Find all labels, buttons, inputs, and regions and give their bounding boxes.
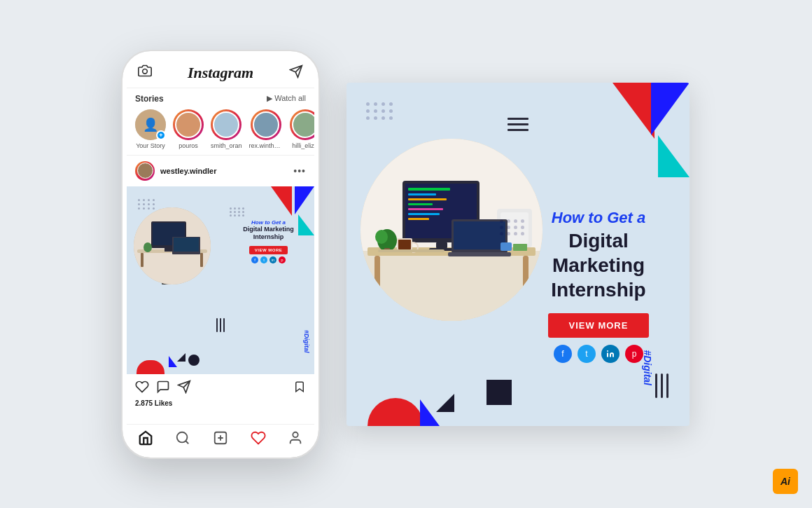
pinterest-icon[interactable]: p <box>625 345 643 363</box>
svg-rect-11 <box>141 253 144 267</box>
svg-rect-9 <box>174 238 199 252</box>
svg-rect-48 <box>378 249 444 252</box>
story-name-yours: Your Story <box>136 142 165 149</box>
like-icon[interactable] <box>135 380 149 397</box>
svg-rect-31 <box>408 188 450 191</box>
likes-count: 2.875 Likes <box>127 399 314 411</box>
nav-profile-icon[interactable] <box>288 430 303 449</box>
dm-icon[interactable] <box>289 64 303 81</box>
svg-rect-23 <box>360 251 542 321</box>
svg-point-15 <box>177 432 188 442</box>
svg-point-0 <box>143 69 148 74</box>
post-username: westley.windler <box>160 167 217 175</box>
post-actions <box>127 374 314 399</box>
svg-rect-41 <box>454 221 505 249</box>
ig-header: Instagram <box>127 55 314 88</box>
svg-point-46 <box>375 230 388 244</box>
svg-rect-33 <box>408 198 447 200</box>
svg-rect-34 <box>408 203 433 205</box>
story-name-2: smith_oran <box>211 142 242 149</box>
comment-icon[interactable] <box>156 380 170 397</box>
text-area: How to Get a Digital Marketing Internshi… <box>522 209 676 363</box>
triangle-cyan <box>658 135 690 177</box>
stories-section: Stories ▶ Watch all 👤 + Your Story <box>127 88 314 156</box>
hashtag-label: #Digital <box>642 350 653 385</box>
triangle-red <box>612 83 654 139</box>
mini-pinterest-icon[interactable]: p <box>279 256 286 263</box>
mini-view-more-btn[interactable]: VIEW MORE <box>249 246 288 254</box>
facebook-icon[interactable]: f <box>554 345 572 363</box>
phone-mockup: Instagram Stories ▶ Watch all 👤 <box>122 51 318 458</box>
nav-home-icon[interactable] <box>138 430 153 449</box>
svg-point-51 <box>607 350 608 352</box>
post-user[interactable]: westley.windler <box>135 161 217 181</box>
watch-all-link[interactable]: ▶ Watch all <box>267 94 306 103</box>
svg-rect-44 <box>398 240 411 249</box>
story-item-4[interactable]: hilli_eliza <box>290 109 314 149</box>
twitter-icon[interactable]: t <box>578 345 596 363</box>
svg-rect-36 <box>408 213 440 215</box>
post-menu-dots[interactable]: ••• <box>293 165 306 177</box>
svg-rect-35 <box>408 208 443 210</box>
story-item-3[interactable]: rex.wintheiser <box>249 109 283 149</box>
post-header: westley.windler ••• <box>127 156 314 186</box>
svg-rect-49 <box>500 242 512 251</box>
mini-twitter-icon[interactable]: t <box>260 256 267 263</box>
bookmark-icon[interactable] <box>293 380 306 397</box>
post-card-mini: How to Get a Digital Marketing Internshi… <box>127 186 314 374</box>
triangle-dark-bottom <box>436 394 454 412</box>
story-name-4: hilli_eliza <box>292 142 314 149</box>
stories-label: Stories <box>135 94 164 104</box>
nav-heart-icon[interactable] <box>251 430 266 449</box>
mini-how-text: How to Get a <box>228 219 309 226</box>
dots-pattern-topleft <box>366 102 393 120</box>
hamburger-icon[interactable] <box>507 118 528 131</box>
story-item-yours[interactable]: 👤 + Your Story <box>135 109 166 149</box>
mini-social-icons: f t in p <box>228 256 309 263</box>
share-icon[interactable] <box>177 380 191 397</box>
stories-row: 👤 + Your Story pouros <box>135 109 306 149</box>
svg-rect-32 <box>408 193 436 195</box>
linkedin-icon[interactable] <box>601 345 620 363</box>
mini-hashtag: #Digital <box>303 330 310 353</box>
story-item-1[interactable]: pouros <box>173 109 204 149</box>
how-to-get-text: How to Get a <box>522 209 676 227</box>
mini-linkedin-icon[interactable]: in <box>270 256 276 263</box>
mini-facebook-icon[interactable]: f <box>251 256 258 263</box>
svg-rect-38 <box>436 242 447 248</box>
story-name-1: pouros <box>178 142 198 149</box>
svg-line-16 <box>186 441 189 444</box>
story-name-3: rex.wintheiser <box>249 142 283 149</box>
camera-icon[interactable] <box>138 64 152 81</box>
view-more-button[interactable]: VIEW MORE <box>548 313 650 338</box>
half-circle-red <box>368 398 424 426</box>
instagram-logo: Instagram <box>188 64 253 82</box>
svg-rect-42 <box>448 252 511 256</box>
svg-point-20 <box>293 432 298 437</box>
black-rectangle <box>486 380 512 405</box>
vertical-lines <box>655 373 668 398</box>
ai-badge: Ai <box>773 469 798 494</box>
nav-add-icon[interactable] <box>213 430 228 449</box>
nav-search-icon[interactable] <box>175 430 190 449</box>
triangle-blue <box>651 83 690 135</box>
story-item-2[interactable]: smith_oran <box>211 109 242 149</box>
mini-main-title: Digital Marketing Internship <box>228 226 309 242</box>
svg-point-10 <box>144 242 152 252</box>
svg-rect-12 <box>200 253 203 267</box>
svg-rect-37 <box>408 218 429 220</box>
large-card: How to Get a Digital Marketing Internshi… <box>346 83 690 426</box>
main-title: Digital Marketing Internship <box>522 228 676 302</box>
bottom-nav <box>127 424 314 453</box>
svg-rect-25 <box>374 256 380 298</box>
